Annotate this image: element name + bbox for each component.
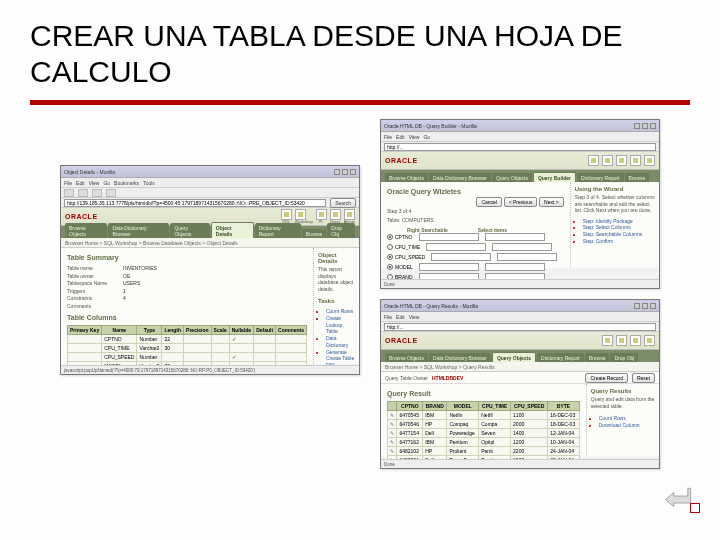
browser-toolbar[interactable] xyxy=(61,188,359,198)
radio-icon[interactable] xyxy=(387,254,393,260)
nav-icon-cluster[interactable]: SQL Workshop PL Users Admin xyxy=(281,209,355,224)
back-icon[interactable] xyxy=(64,189,74,197)
wizard-step-item: Step: Searchable Columns xyxy=(583,231,655,238)
nav-icon-cluster[interactable] xyxy=(602,335,655,346)
column-option-row[interactable]: CPU_TIME xyxy=(387,243,564,251)
close-icon[interactable] xyxy=(650,123,656,129)
edit-row-icon[interactable]: ✎ xyxy=(390,448,394,454)
menu-view[interactable]: View xyxy=(89,180,100,186)
column-option-row[interactable]: MODEL xyxy=(387,263,564,271)
plsql-icon[interactable] xyxy=(316,209,327,220)
table-row[interactable]: ✎6470545IBMNetfinNetfil110016-DEC-03 xyxy=(388,411,580,420)
nav-icon[interactable] xyxy=(644,335,655,346)
forward-icon[interactable] xyxy=(78,189,88,197)
address-bar[interactable]: Search xyxy=(61,198,359,208)
cancel-button[interactable]: Cancel xyxy=(476,197,502,207)
radio-icon[interactable] xyxy=(387,264,393,270)
close-icon[interactable] xyxy=(350,169,356,175)
minimize-icon[interactable] xyxy=(634,303,640,309)
edit-row-icon[interactable]: ✎ xyxy=(390,421,394,427)
edit-row-icon[interactable]: ✎ xyxy=(390,412,394,418)
radio-icon[interactable] xyxy=(387,234,393,240)
edit-row-icon[interactable]: ✎ xyxy=(390,439,394,445)
main-tabs[interactable]: Browse Objects Data Dictionary Browser Q… xyxy=(381,170,659,182)
menu-file[interactable]: File xyxy=(64,180,72,186)
tab-query-objects[interactable]: Query Objects xyxy=(170,223,209,238)
nav-icon[interactable] xyxy=(602,335,613,346)
menu-go[interactable]: Go xyxy=(103,180,110,186)
nav-icon[interactable] xyxy=(602,155,613,166)
users-icon[interactable] xyxy=(330,209,341,220)
sql-icon[interactable] xyxy=(281,209,292,220)
close-icon[interactable] xyxy=(650,303,656,309)
column-option-row[interactable]: CPU_SPEED xyxy=(387,253,564,261)
search-button[interactable]: Search xyxy=(330,198,356,208)
select-input[interactable] xyxy=(419,233,479,241)
menu-tools[interactable]: Tools xyxy=(143,180,155,186)
stop-icon[interactable] xyxy=(106,189,116,197)
table-row[interactable]: ✎6477154DellPoweredgeSeven140012-JAN-04 xyxy=(388,429,580,438)
address-input[interactable] xyxy=(64,199,326,207)
address-input[interactable] xyxy=(384,143,656,151)
tab-browse-objects[interactable]: Browse Objects xyxy=(65,223,107,238)
tab-drop[interactable]: Drop Obj xyxy=(327,223,355,238)
menu-bookmarks[interactable]: Bookmarks xyxy=(114,180,139,186)
workshop-icon[interactable] xyxy=(295,209,306,220)
maximize-icon[interactable] xyxy=(642,303,648,309)
task-item[interactable]: Create Lookup Table xyxy=(326,315,355,335)
reload-icon[interactable] xyxy=(92,189,102,197)
window-controls[interactable] xyxy=(634,123,656,129)
return-arrow-icon[interactable] xyxy=(664,485,692,507)
browser-menubar[interactable]: File Edit View Go Bookmarks Tools xyxy=(61,178,359,188)
nav-icon[interactable] xyxy=(616,335,627,346)
window-controls[interactable] xyxy=(634,303,656,309)
select-input[interactable] xyxy=(485,233,545,241)
owner-bar[interactable]: Query Table Owner HTMLDBDEV Create Recor… xyxy=(381,372,659,384)
count-rows-link[interactable]: Count Rows xyxy=(599,415,626,421)
select-input[interactable] xyxy=(431,253,491,261)
results-links[interactable]: Count Rows Download Column xyxy=(591,415,655,429)
create-record-button[interactable]: Create Record xyxy=(585,373,628,383)
nav-icon[interactable] xyxy=(630,335,641,346)
tab-object-details[interactable]: Object Details xyxy=(211,222,254,238)
window-controls[interactable] xyxy=(334,169,356,175)
previous-button[interactable]: < Previous xyxy=(504,197,538,207)
minimize-icon[interactable] xyxy=(634,123,640,129)
nav-icon-cluster[interactable] xyxy=(588,155,655,166)
task-item[interactable]: Data Dictionary xyxy=(326,335,355,349)
nav-icon[interactable] xyxy=(616,155,627,166)
tab-browse[interactable]: Browse xyxy=(302,229,327,238)
browser-menubar[interactable]: FileEditView xyxy=(381,312,659,322)
table-row[interactable]: ✎6477162IBMPentiumOptipl120010-JAN-04 xyxy=(388,438,580,447)
maximize-icon[interactable] xyxy=(342,169,348,175)
radio-icon[interactable] xyxy=(387,244,393,250)
download-link[interactable]: Download Column xyxy=(599,422,640,428)
select-input[interactable] xyxy=(497,253,557,261)
admin-icon[interactable] xyxy=(344,209,355,220)
edit-row-icon[interactable]: ✎ xyxy=(390,430,394,436)
tab-dictionary-report[interactable]: Dictionary Report xyxy=(255,223,301,238)
table-row[interactable]: ✎6482102HPProliantPenti220024-JAN-04 xyxy=(388,447,580,456)
task-item[interactable]: Count Rows xyxy=(326,308,355,315)
nav-icon[interactable] xyxy=(588,155,599,166)
reset-button[interactable]: Reset xyxy=(632,373,655,383)
menu-edit[interactable]: Edit xyxy=(76,180,85,186)
minimize-icon[interactable] xyxy=(334,169,340,175)
nav-icon[interactable] xyxy=(644,155,655,166)
nav-icon[interactable] xyxy=(630,155,641,166)
browser-menubar[interactable]: FileEditViewGo xyxy=(381,132,659,142)
table-row[interactable]: ✎6470546HPCompaqCompa200018-DEC-03 xyxy=(388,420,580,429)
select-input[interactable] xyxy=(485,263,545,271)
address-bar[interactable] xyxy=(381,322,659,332)
select-input[interactable] xyxy=(492,243,552,251)
select-input[interactable] xyxy=(419,263,479,271)
tab-data-dictionary[interactable]: Data Dictionary Browser xyxy=(108,223,169,238)
main-tabs[interactable]: Browse Objects Data Dictionary Browser Q… xyxy=(381,350,659,362)
next-button[interactable]: Next > xyxy=(539,197,564,207)
select-input[interactable] xyxy=(426,243,486,251)
column-option-row[interactable]: CPTNO xyxy=(387,233,564,241)
address-input[interactable] xyxy=(384,323,656,331)
main-tabs[interactable]: Browse Objects Data Dictionary Browser Q… xyxy=(61,226,359,238)
maximize-icon[interactable] xyxy=(642,123,648,129)
address-bar[interactable] xyxy=(381,142,659,152)
